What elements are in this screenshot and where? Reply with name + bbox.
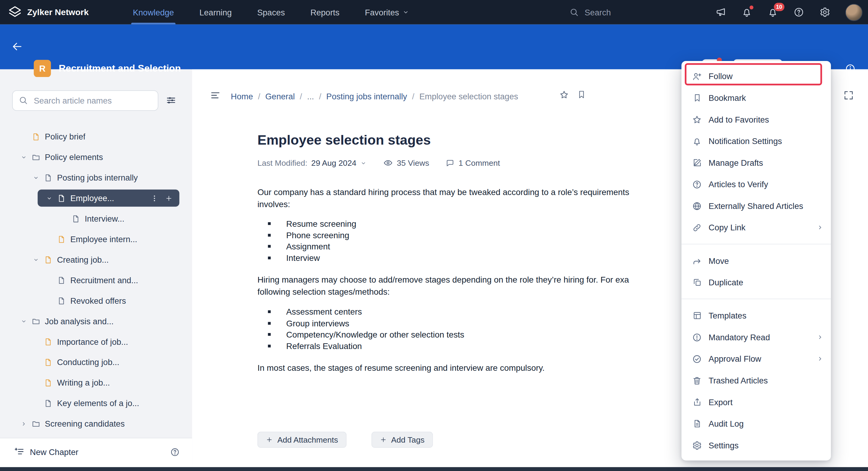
sidebar-item-employee-intern[interactable]: Employee intern... <box>0 229 192 249</box>
add-attachments-button[interactable]: Add Attachments <box>257 432 346 448</box>
menu-item-label: Follow <box>709 71 733 81</box>
sidebar-item-writing-a-job[interactable]: Writing a job... <box>0 372 192 393</box>
info-button[interactable] <box>845 63 856 74</box>
nav-item-learning[interactable]: Learning <box>199 0 232 25</box>
breadcrumb-posting-jobs[interactable]: Posting jobs internally <box>326 91 407 100</box>
plus-icon <box>380 436 387 443</box>
sidebar-help-button[interactable] <box>170 447 180 457</box>
document-icon <box>31 132 40 141</box>
sidebar-item-posting-jobs-internally[interactable]: Posting jobs internally <box>0 167 192 188</box>
menu-item-trashed-articles[interactable]: Trashed Articles <box>681 370 831 391</box>
chevron-slot <box>44 296 54 305</box>
brand[interactable]: Zylker Network <box>8 0 89 25</box>
document-icon <box>43 378 53 387</box>
sidebar-item-recruitment-and[interactable]: Recruitment and... <box>0 270 192 290</box>
chevron-down-icon <box>360 160 366 166</box>
reminders-button[interactable] <box>741 7 752 18</box>
sidebar-search-input[interactable] <box>12 90 158 111</box>
menu-item-label: Manage Drafts <box>709 158 763 167</box>
notifications-button[interactable]: 10 <box>767 7 778 18</box>
global-search[interactable]: Search <box>569 0 611 25</box>
favorite-star-icon[interactable] <box>559 90 569 100</box>
chevron-right-icon[interactable] <box>19 419 29 429</box>
settings-button[interactable] <box>819 7 831 18</box>
menu-item-duplicate[interactable]: Duplicate <box>681 271 831 293</box>
add-tags-button[interactable]: Add Tags <box>371 432 433 448</box>
space-title: Recruitment and Selection <box>59 62 181 74</box>
plus-icon <box>266 436 273 443</box>
space-avatar[interactable]: R <box>34 60 51 77</box>
menu-item-label: Copy Link <box>709 223 745 232</box>
menu-item-move[interactable]: Move <box>681 250 831 272</box>
add-child-article-icon[interactable] <box>165 194 173 202</box>
menu-item-manage-drafts[interactable]: Manage Drafts <box>681 152 831 174</box>
nav-label: Knowledge <box>133 7 174 17</box>
tree-item-label: Writing a job... <box>57 378 110 387</box>
nav-item-knowledge[interactable]: Knowledge <box>133 0 174 25</box>
sidebar-item-creating-job[interactable]: Creating job... <box>0 249 192 270</box>
sidebar-item-policy-elements[interactable]: Policy elements <box>0 147 192 167</box>
tree-filter-button[interactable] <box>165 95 177 106</box>
menu-item-label: Duplicate <box>709 277 743 287</box>
menu-item-add-to-favorites[interactable]: Add to Favorites <box>681 109 831 130</box>
sidebar-item-screening-candidates[interactable]: Screening candidates <box>0 413 192 434</box>
export-icon <box>692 397 702 407</box>
bookmark-icon[interactable] <box>577 90 586 99</box>
nav-item-reports[interactable]: Reports <box>310 0 339 25</box>
announcements-button[interactable] <box>715 7 726 18</box>
menu-item-mandatory-read[interactable]: Mandatory Read <box>681 326 831 348</box>
nav-item-favorites[interactable]: Favorites <box>365 0 409 25</box>
menu-item-export[interactable]: Export <box>681 391 831 413</box>
document-icon <box>43 337 53 346</box>
nav-item-spaces[interactable]: Spaces <box>257 0 285 25</box>
article-title: Employee selection stages <box>257 133 431 148</box>
sidebar-item-conducting-job[interactable]: Conducting job... <box>0 352 192 372</box>
toc-icon[interactable] <box>210 90 221 101</box>
document-icon <box>43 357 53 367</box>
fullscreen-icon[interactable] <box>843 90 854 101</box>
globe-share-icon <box>692 201 702 211</box>
folder-icon <box>31 419 40 428</box>
menu-item-label: Trashed Articles <box>709 376 768 385</box>
sidebar-item-employee-selected[interactable]: Employee... <box>38 189 180 207</box>
comments-count[interactable]: 1 Comment <box>446 158 500 167</box>
menu-item-articles-to-verify[interactable]: Articles to Verify <box>681 173 831 195</box>
help-button[interactable] <box>793 7 804 18</box>
topbar-icons: 10 <box>715 0 863 25</box>
menu-item-bookmark[interactable]: Bookmark <box>681 87 831 109</box>
chevron-slot <box>44 275 54 285</box>
edit-icon <box>692 157 702 168</box>
menu-item-notification-settings[interactable]: Notification Settings <box>681 130 831 152</box>
chevron-down-icon[interactable] <box>31 173 41 183</box>
menu-item-externally-shared-articles[interactable]: Externally Shared Articles <box>681 195 831 217</box>
menu-item-follow[interactable]: Follow <box>681 65 831 87</box>
trash-icon <box>692 375 702 385</box>
breadcrumb-ellipsis[interactable]: ... <box>307 91 314 100</box>
back-button[interactable] <box>11 40 23 53</box>
menu-item-copy-link[interactable]: Copy Link <box>681 217 831 238</box>
chevron-down-icon[interactable] <box>19 152 29 162</box>
template-icon <box>692 311 702 321</box>
sidebar-item-job-analysis[interactable]: Job analysis and... <box>0 311 192 331</box>
sidebar-item-interview[interactable]: Interview... <box>0 208 192 229</box>
breadcrumb-home[interactable]: Home <box>231 91 253 100</box>
chevron-down-icon[interactable] <box>19 316 29 326</box>
new-chapter-icon <box>14 446 25 457</box>
item-more-actions-icon[interactable] <box>151 194 158 202</box>
last-modified[interactable]: Last Modified: 29 Aug 2024 <box>257 158 366 167</box>
sidebar-item-importance-of-job[interactable]: Importance of job... <box>0 331 192 352</box>
menu-item-audit-log[interactable]: Audit Log <box>681 413 831 435</box>
menu-item-approval-flow[interactable]: Approval Flow <box>681 348 831 370</box>
sidebar-item-policy-brief[interactable]: Policy brief <box>0 126 192 147</box>
zylker-logo-icon <box>8 5 22 20</box>
user-avatar[interactable] <box>845 4 863 21</box>
sidebar-item-revoked-offers[interactable]: Revoked offers <box>0 290 192 311</box>
menu-item-settings[interactable]: Settings <box>681 435 831 456</box>
new-chapter-button[interactable]: New Chapter <box>14 446 79 457</box>
chevron-down-icon[interactable] <box>44 193 54 203</box>
breadcrumb-general[interactable]: General <box>265 91 295 100</box>
chevron-down-icon[interactable] <box>31 255 41 264</box>
sidebar-item-key-elements[interactable]: Key elements of a jo... <box>0 393 192 413</box>
list-item-text: Group interviews <box>286 319 349 328</box>
menu-item-templates[interactable]: Templates <box>681 305 831 326</box>
